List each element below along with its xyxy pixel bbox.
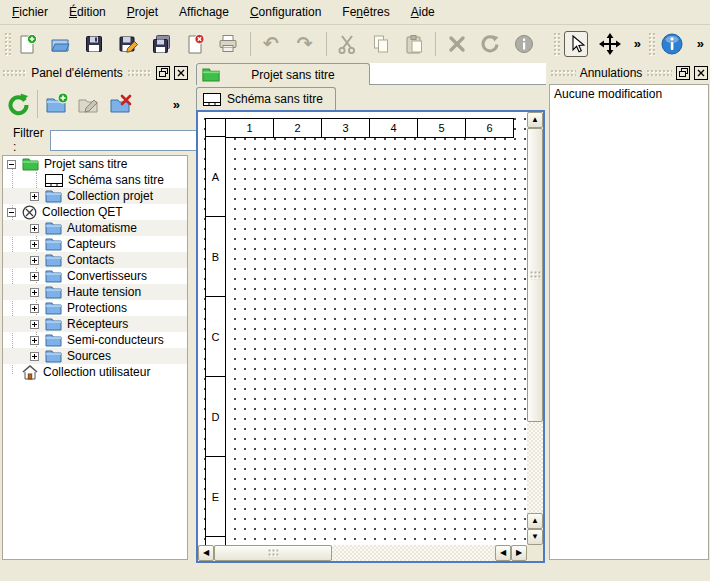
toolbar-drag-handle[interactable] (648, 32, 655, 56)
expand-expander-icon[interactable] (30, 240, 39, 249)
save-as-button[interactable] (115, 31, 140, 57)
undo-button[interactable]: ↶ (259, 31, 284, 57)
filter-input[interactable] (50, 130, 213, 151)
scroll-down-button[interactable]: ▼ (527, 529, 543, 545)
expand-expander-icon[interactable] (30, 352, 39, 361)
vertical-scroll-thumb[interactable] (527, 128, 543, 422)
tree-item-collection-projet[interactable]: Collection projet (3, 188, 187, 204)
save-all-button[interactable] (149, 31, 174, 57)
tree-item-collection-utilisateur[interactable]: Collection utilisateur (3, 364, 187, 380)
scroll-up-button[interactable]: ▲ (527, 513, 543, 529)
blue-folder-icon (45, 270, 62, 283)
float-icon (679, 68, 688, 77)
tree-item-protections[interactable]: Protections (3, 300, 187, 316)
menu-aide[interactable]: Aide (403, 2, 443, 22)
schema-canvas[interactable]: 1 2 3 4 5 6 A B C D E ▲ ▲ ▼ ◀ (196, 110, 545, 563)
undo-history-list[interactable]: Aucune modification (549, 84, 709, 560)
tree-item-collection-qet[interactable]: Collection QET (3, 204, 187, 220)
tree-item-semi-conducteurs[interactable]: Semi-conducteurs (3, 332, 187, 348)
paste-button[interactable] (402, 31, 427, 57)
toolbar-separator (37, 90, 38, 118)
delete-icon (446, 33, 468, 55)
delete-button[interactable] (444, 31, 469, 57)
menu-fenetres[interactable]: Fenêtres (334, 2, 397, 22)
schema-row-label: B (205, 216, 226, 297)
tab-projet-sans-titre[interactable]: Projet sans titre (196, 63, 370, 85)
select-mode-button[interactable] (564, 31, 589, 57)
tree-item-schema-sans-titre[interactable]: Schéma sans titre (3, 172, 187, 188)
collapse-expander-icon[interactable] (7, 160, 16, 169)
edit-category-button[interactable] (75, 89, 103, 119)
blue-folder-icon (45, 254, 62, 267)
tree-item-automatisme[interactable]: Automatisme (3, 220, 187, 236)
rotate-button[interactable] (478, 31, 503, 57)
redo-icon: ↷ (296, 34, 312, 53)
toolbar-drag-handle[interactable] (4, 32, 11, 56)
horizontal-scrollbar[interactable]: ◀ ◀ ▶ (198, 545, 527, 561)
tree-item-haute-tension[interactable]: Haute tension (3, 284, 187, 300)
scroll-left-button[interactable]: ◀ (198, 545, 214, 561)
save-button[interactable] (82, 31, 107, 57)
panel-toolbar-overflow-button[interactable]: » (173, 97, 180, 112)
expand-expander-icon[interactable] (30, 224, 39, 233)
menu-edition[interactable]: Édition (61, 2, 114, 22)
open-document-button[interactable] (48, 31, 73, 57)
green-folder-icon (201, 68, 221, 82)
expand-expander-icon[interactable] (30, 288, 39, 297)
toolbar-separator (435, 32, 436, 56)
reload-collections-button[interactable] (4, 89, 32, 119)
toolbar-drag-handle[interactable] (553, 32, 560, 56)
tree-item-recepteurs[interactable]: Récepteurs (3, 316, 187, 332)
horizontal-scroll-thumb[interactable] (214, 545, 332, 561)
scroll-left-button[interactable]: ◀ (495, 545, 511, 561)
menu-affichage[interactable]: Affichage (171, 2, 237, 22)
scroll-up-button[interactable]: ▲ (527, 112, 543, 128)
dock-handle-texture (2, 69, 27, 76)
schema-drawing-area[interactable]: 1 2 3 4 5 6 A B C D E (198, 112, 527, 545)
close-panel-button[interactable] (694, 66, 708, 80)
expand-expander-icon[interactable] (30, 256, 39, 265)
delete-category-button[interactable] (107, 89, 135, 119)
tree-item-sources[interactable]: Sources (3, 348, 187, 364)
tree-item-contacts[interactable]: Contacts (3, 252, 187, 268)
vertical-scrollbar[interactable]: ▲ ▲ ▼ (527, 112, 543, 545)
project-tab-label: Projet sans titre (221, 68, 365, 82)
expand-expander-icon[interactable] (30, 192, 39, 201)
scroll-right-button[interactable]: ▶ (511, 545, 527, 561)
collapse-expander-icon[interactable] (7, 208, 16, 217)
elements-panel-titlebar[interactable]: Panel d'éléments (0, 63, 190, 82)
tree-item-convertisseurs[interactable]: Convertisseurs (3, 268, 187, 284)
move-mode-button[interactable] (597, 31, 622, 57)
expand-expander-icon[interactable] (30, 272, 39, 281)
tree-item-projet-sans-titre[interactable]: Projet sans titre (3, 156, 187, 172)
menu-projet[interactable]: Projet (119, 2, 166, 22)
expand-expander-icon[interactable] (30, 304, 39, 313)
close-panel-button[interactable] (174, 66, 188, 80)
expand-expander-icon[interactable] (30, 336, 39, 345)
scrollbar-corner (527, 545, 543, 561)
expand-expander-icon[interactable] (30, 320, 39, 329)
about-button[interactable] (659, 31, 685, 57)
element-info-button[interactable] (512, 31, 537, 57)
float-panel-button[interactable] (156, 66, 170, 80)
schema-column-label: 6 (465, 118, 514, 138)
menu-configuration[interactable]: Configuration (242, 2, 329, 22)
blue-folder-icon (45, 318, 62, 331)
tree-item-capteurs[interactable]: Capteurs (3, 236, 187, 252)
tab-schema-sans-titre[interactable]: Schéma sans titre (196, 87, 336, 110)
annulations-panel-titlebar[interactable]: Annulations (548, 63, 710, 82)
undo-list-item[interactable]: Aucune modification (550, 85, 708, 103)
cut-button[interactable] (335, 31, 360, 57)
new-category-button[interactable] (43, 89, 71, 119)
close-document-button[interactable] (182, 31, 207, 57)
toolbar-overflow-button[interactable]: » (694, 36, 707, 51)
copy-button[interactable] (368, 31, 393, 57)
menu-fichier[interactable]: Fichier (4, 2, 56, 22)
float-panel-button[interactable] (676, 66, 690, 80)
close-document-icon (184, 33, 206, 55)
toolbar-overflow-button[interactable]: » (631, 36, 644, 51)
redo-button[interactable]: ↷ (292, 31, 317, 57)
blue-folder-icon (45, 350, 62, 363)
print-button[interactable] (216, 31, 241, 57)
new-document-button[interactable] (15, 31, 40, 57)
